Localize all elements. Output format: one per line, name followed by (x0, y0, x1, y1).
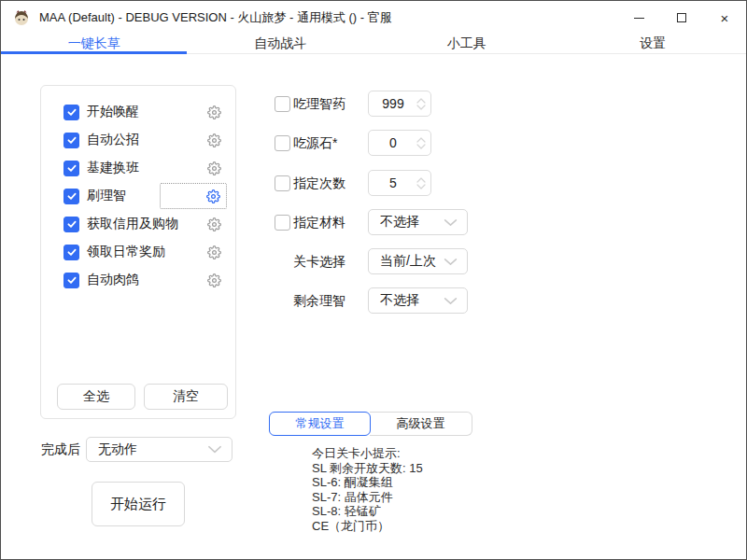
close-button[interactable]: × (703, 1, 746, 35)
times-label: 指定次数 (293, 170, 345, 196)
tip-line: 今日关卡小提示: (312, 446, 423, 461)
select-all-button[interactable]: 全选 (57, 384, 135, 410)
chevron-down-icon (444, 218, 458, 227)
task-settings-gear-button[interactable] (201, 99, 227, 125)
spinner-value: 0 (369, 135, 412, 150)
task-settings-gear-button[interactable] (201, 267, 227, 293)
task-checkbox[interactable] (63, 105, 79, 120)
app-window: MAA (Default) - DEBUG VERSION - 火山旅梦 - 通… (0, 0, 747, 560)
task-label: 获取信用及购物 (87, 216, 201, 232)
tab-settings[interactable]: 设置 (560, 35, 747, 53)
task-settings-gear-button[interactable] (201, 127, 227, 153)
close-icon: × (721, 11, 729, 25)
tip-line: SL-8: 轻锰矿 (312, 504, 423, 519)
tip-line: SL 剩余开放天数: 15 (312, 461, 423, 476)
stage-row: 关卡选择 当前/上次 (275, 248, 471, 274)
gear-icon (207, 245, 221, 259)
originium-label: 吃源石* (293, 130, 337, 156)
task-row-wakeup: 开始唤醒 (41, 98, 235, 126)
window-controls: × (617, 1, 746, 35)
spinner-arrows-icon[interactable] (412, 137, 430, 149)
task-label: 开始唤醒 (87, 104, 201, 120)
task-row-fight-sanity: 刷理智 (41, 182, 235, 210)
remaining-sanity-label: 剩余理智 (293, 287, 345, 314)
task-checkbox[interactable] (63, 273, 79, 288)
stage-label: 关卡选择 (293, 248, 345, 274)
material-row: 指定材料 不选择 (275, 209, 471, 235)
tip-line: CE（龙门币） (312, 519, 423, 534)
minimize-icon (634, 18, 644, 19)
task-row-credit-shopping: 获取信用及购物 (41, 210, 235, 238)
medicine-checkbox[interactable] (275, 96, 290, 112)
medicine-label: 吃理智药 (293, 91, 345, 117)
tab-toolbox[interactable]: 小工具 (374, 35, 560, 53)
times-row: 指定次数 5 (275, 170, 471, 196)
task-row-roguelike: 自动肉鸽 (41, 266, 235, 294)
tip-line: SL-6: 酮凝集组 (312, 475, 423, 490)
settings-tab-group: 常规设置 高级设置 (269, 412, 472, 436)
tab-advanced-settings[interactable]: 高级设置 (370, 412, 472, 436)
originium-row: 吃源石* 0 (275, 130, 471, 156)
task-label: 刷理智 (87, 188, 160, 204)
material-select[interactable]: 不选择 (368, 209, 468, 235)
remaining-sanity-select[interactable]: 不选择 (368, 287, 468, 314)
maximize-icon (677, 13, 686, 22)
task-label: 自动公招 (87, 132, 201, 148)
task-checkbox[interactable] (63, 189, 79, 204)
spinner-arrows-icon[interactable] (412, 177, 430, 189)
title-bar: MAA (Default) - DEBUG VERSION - 火山旅梦 - 通… (1, 1, 746, 35)
gear-icon (207, 273, 221, 287)
minimize-button[interactable] (617, 1, 660, 35)
tip-line: SL-7: 晶体元件 (312, 490, 423, 505)
task-checkbox[interactable] (63, 133, 79, 148)
gear-icon (207, 105, 221, 119)
maximize-button[interactable] (660, 1, 703, 35)
tab-farming[interactable]: 一键长草 (1, 35, 188, 53)
stage-select[interactable]: 当前/上次 (368, 248, 468, 274)
spinner-arrows-icon[interactable] (412, 98, 430, 110)
start-run-button[interactable]: 开始运行 (92, 482, 185, 526)
clear-button[interactable]: 清空 (144, 384, 228, 410)
select-value: 不选择 (369, 292, 444, 309)
spinner-value: 5 (369, 175, 412, 190)
task-checkbox[interactable] (63, 217, 79, 232)
task-checkbox[interactable] (63, 245, 79, 260)
medicine-row: 吃理智药 999 (275, 91, 471, 117)
gear-icon (206, 189, 220, 203)
task-row-infrastructure: 基建换班 (41, 154, 235, 182)
after-completion-select[interactable]: 无动作 (86, 437, 233, 462)
material-checkbox[interactable] (275, 215, 290, 231)
task-checkbox[interactable] (63, 161, 79, 176)
window-title: MAA (Default) - DEBUG VERSION - 火山旅梦 - 通… (39, 9, 392, 26)
chevron-down-icon (444, 297, 458, 305)
task-label: 自动肉鸽 (87, 272, 201, 288)
times-checkbox[interactable] (275, 175, 290, 191)
gear-icon (207, 133, 221, 147)
select-value: 当前/上次 (369, 253, 444, 270)
task-settings-gear-button[interactable] (200, 183, 226, 209)
tab-copilot[interactable]: 自动战斗 (188, 35, 374, 53)
select-value: 不选择 (369, 214, 444, 231)
nav-tabstrip: 一键长草 自动战斗 小工具 设置 (1, 35, 746, 54)
medicine-count-spinner[interactable]: 999 (368, 91, 431, 117)
material-label: 指定材料 (293, 209, 345, 235)
gear-icon (207, 217, 221, 231)
chevron-down-icon (207, 445, 222, 454)
chevron-down-icon (444, 258, 458, 266)
times-count-spinner[interactable]: 5 (368, 170, 431, 196)
task-settings-gear-button[interactable] (201, 155, 227, 181)
originium-count-spinner[interactable]: 0 (368, 130, 431, 156)
task-settings-gear-button[interactable] (201, 211, 227, 237)
remaining-sanity-row: 剩余理智 不选择 (275, 287, 471, 314)
app-logo-icon (13, 9, 30, 26)
gear-icon (207, 161, 221, 175)
focused-gear-outline (160, 183, 227, 209)
task-settings-gear-button[interactable] (201, 239, 227, 265)
task-label: 领取日常奖励 (87, 244, 201, 260)
active-tab-underline (1, 51, 187, 54)
after-completion-label: 完成后 (41, 437, 80, 462)
tab-general-settings[interactable]: 常规设置 (269, 412, 371, 436)
originium-checkbox[interactable] (275, 135, 290, 151)
task-list-panel: 开始唤醒 自动公招 基建换班 刷理智 获取信用及购物 领取 (40, 85, 236, 419)
task-label: 基建换班 (87, 160, 201, 176)
